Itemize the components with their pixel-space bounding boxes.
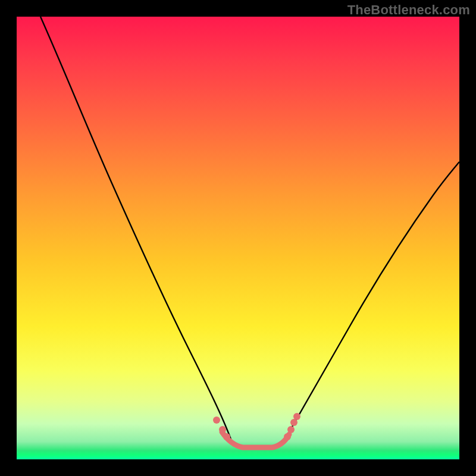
svg-point-1 — [219, 426, 226, 433]
svg-point-6 — [293, 413, 300, 420]
curves-layer — [17, 17, 459, 459]
plot-area — [17, 17, 459, 459]
svg-point-2 — [223, 433, 230, 440]
chart-frame: TheBottleneck.com — [0, 0, 476, 476]
watermark-text: TheBottleneck.com — [347, 2, 470, 18]
svg-point-3 — [284, 433, 291, 440]
svg-point-4 — [287, 426, 295, 433]
svg-point-0 — [213, 416, 220, 424]
left-curve — [40, 17, 231, 439]
valley-floor-stroke — [222, 432, 289, 447]
right-curve — [284, 162, 459, 440]
